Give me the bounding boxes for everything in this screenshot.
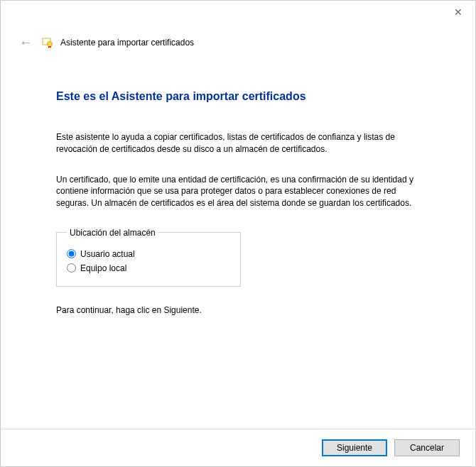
close-button[interactable]: ✕ — [450, 5, 467, 19]
wizard-title: Asistente para importar certificados — [60, 38, 194, 48]
radio-local-machine-input[interactable] — [67, 263, 76, 273]
svg-point-1 — [48, 42, 53, 47]
store-location-group: Ubicación del almacén Usuario actual Equ… — [56, 228, 241, 287]
cancel-button[interactable]: Cancelar — [394, 439, 460, 456]
wizard-content: Este es el Asistente para importar certi… — [1, 50, 475, 315]
page-heading: Este es el Asistente para importar certi… — [56, 90, 420, 103]
radio-current-user[interactable]: Usuario actual — [67, 249, 230, 259]
wizard-window: ✕ ← Asistente para importar certificados… — [0, 0, 476, 467]
continue-instruction: Para continuar, haga clic en Siguiente. — [56, 305, 420, 315]
radio-local-machine[interactable]: Equipo local — [67, 263, 230, 273]
wizard-footer: Siguiente Cancelar — [1, 429, 475, 466]
intro-paragraph-1: Este asistente lo ayuda a copiar certifi… — [56, 131, 420, 155]
certificate-icon — [42, 37, 53, 48]
back-arrow-icon[interactable]: ← — [16, 35, 35, 50]
store-location-legend: Ubicación del almacén — [67, 228, 158, 238]
wizard-header: ← Asistente para importar certificados — [1, 1, 475, 50]
radio-local-machine-label: Equipo local — [80, 263, 126, 273]
radio-current-user-input[interactable] — [67, 249, 76, 258]
next-button[interactable]: Siguiente — [322, 439, 387, 456]
intro-paragraph-2: Un certificado, que lo emite una entidad… — [56, 174, 420, 209]
close-icon: ✕ — [454, 6, 463, 18]
radio-current-user-label: Usuario actual — [80, 249, 135, 259]
